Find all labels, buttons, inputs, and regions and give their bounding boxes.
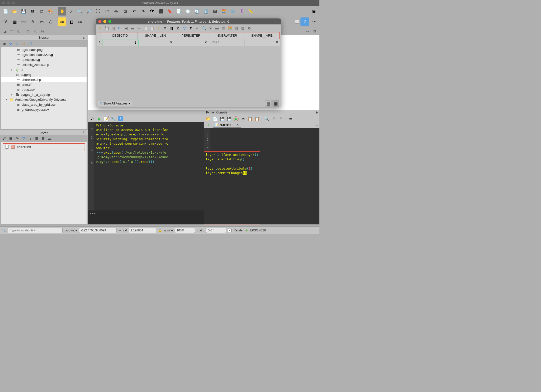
reload-button[interactable]: ⟳: [117, 25, 122, 31]
remove-layer-icon[interactable]: ▬: [47, 136, 52, 141]
add-feature-button[interactable]: ▤: [110, 25, 116, 31]
crs-icon[interactable]: ⊕: [245, 229, 248, 232]
cut-button[interactable]: ✂: [241, 116, 246, 121]
copy-button[interactable]: 📋: [248, 116, 253, 121]
coord-value[interactable]: -122.4700,37.6099: [79, 228, 117, 233]
invert-sel-button[interactable]: ◨: [169, 25, 174, 31]
save-script-button[interactable]: 💾: [220, 116, 225, 121]
browser-item[interactable]: 〰question.svg: [1, 57, 87, 62]
paste-feat-button[interactable]: 📋: [149, 25, 155, 31]
zoom-out-button[interactable]: 🔎: [85, 7, 93, 15]
collapse-browser-icon[interactable]: ⊟: [21, 41, 26, 46]
delete-button[interactable]: ▬: [130, 25, 135, 31]
browser-item[interactable]: ⊟sf.gpkg: [1, 72, 87, 77]
form-view-button[interactable]: ▤: [265, 100, 271, 107]
show-bookmarks-button[interactable]: 📑: [175, 7, 183, 15]
properties-browser-icon[interactable]: ⓘ: [28, 41, 32, 46]
new-shapefile-button[interactable]: 〰️: [19, 17, 28, 26]
field-calc-button[interactable]: 🧮: [220, 7, 228, 15]
measure-button[interactable]: 📏: [247, 7, 255, 15]
comment-button[interactable]: #: [271, 116, 276, 121]
stats-button[interactable]: Σ: [238, 7, 246, 15]
close-python-icon[interactable]: ⊗: [315, 111, 318, 114]
paste-button[interactable]: 📋: [255, 116, 260, 121]
inspector-button[interactable]: ≣: [288, 116, 293, 121]
filter-sel-button[interactable]: ▽: [182, 25, 187, 31]
trace-button[interactable]: 〰: [8, 28, 15, 34]
add-button[interactable]: ▣: [123, 25, 129, 31]
edit-geom-button[interactable]: ▭: [37, 17, 46, 26]
add-group-icon[interactable]: ▣: [8, 136, 13, 141]
expand-icon[interactable]: ▸: [11, 93, 14, 96]
script-editor[interactable]: 12345 layer = iface.activeLayer() layer.…: [204, 128, 319, 224]
open-project-button[interactable]: 📂: [10, 7, 19, 15]
saveas-script-button[interactable]: 💾: [227, 116, 232, 121]
close-browser-icon[interactable]: ⊗: [83, 36, 86, 39]
browser-item[interactable]: ▸Qsf: [1, 67, 87, 72]
layers-tree[interactable]: ✓ shoreline: [1, 142, 87, 224]
cell[interactable]: 0: [245, 39, 280, 46]
deselect-button[interactable]: ⊘: [175, 25, 181, 31]
snap-button[interactable]: ◢: [1, 28, 8, 34]
pan-to-selection-button[interactable]: ⤢: [67, 7, 75, 15]
new-3d-view-button[interactable]: ⬛: [157, 7, 165, 15]
browser-item[interactable]: 〰seismic_zones.shp: [1, 62, 87, 67]
attr-data-row[interactable]: 1 1 0 0 NULL 0: [97, 39, 280, 46]
tab-overflow-icon[interactable]: ▾: [316, 123, 318, 127]
new-project-button[interactable]: 📄: [1, 7, 10, 15]
close-attr-icon[interactable]: [98, 20, 101, 23]
table-view-button[interactable]: ▦: [272, 100, 279, 107]
edit-polygon-button[interactable]: ⬠: [46, 17, 55, 26]
add-vector-button[interactable]: V: [1, 17, 10, 26]
epsg-label[interactable]: EPSG:4326: [250, 229, 266, 232]
zoom-to-button[interactable]: 🔍: [201, 25, 207, 31]
new-map-view-button[interactable]: 🗺: [148, 7, 156, 15]
copy-sel-button[interactable]: 📋: [143, 25, 148, 31]
lock-scale-icon[interactable]: 🔒: [158, 229, 162, 232]
new-tab-button[interactable]: +: [205, 122, 212, 128]
diagram-button[interactable]: ◧: [67, 17, 75, 26]
filter-layers-icon[interactable]: ▽: [21, 136, 26, 141]
simplify-button[interactable]: △: [32, 28, 38, 34]
new-field-button[interactable]: ▣: [208, 25, 213, 31]
new-layout-button[interactable]: 🗎: [28, 7, 37, 15]
add-layer-icon[interactable]: ▣: [2, 41, 6, 46]
browser-item[interactable]: ≣class_area_by_grid.csv: [1, 102, 87, 107]
temporal-button[interactable]: 🕐: [184, 7, 192, 15]
toggle-edit-button[interactable]: ✎: [97, 25, 103, 31]
run-script-button[interactable]: ▶: [234, 116, 239, 121]
add-raster-button[interactable]: ▦: [10, 17, 19, 26]
column-header[interactable]: SHAPE__ARE: [244, 32, 279, 39]
refresh-button[interactable]: 🔄: [193, 7, 201, 15]
extent-icon[interactable]: ✂: [119, 229, 121, 232]
rotation-value[interactable]: 0.0 °: [206, 228, 226, 233]
processing-button[interactable]: ⚙️: [229, 7, 237, 15]
actions-button[interactable]: ⊡: [240, 25, 246, 31]
identify-button[interactable]: ℹ️: [202, 7, 210, 15]
column-header[interactable]: PERIMETER: [173, 32, 209, 39]
expression-icon[interactable]: ε: [28, 136, 32, 141]
layout-manager-button[interactable]: 🗂: [37, 7, 46, 15]
maximize-attr-icon[interactable]: [108, 20, 111, 23]
move-top-button[interactable]: ⬆: [188, 25, 194, 31]
magnifier-value[interactable]: 100%: [175, 228, 195, 233]
locator-input[interactable]: Type to locate (⌘K): [8, 228, 63, 233]
vertex-button[interactable]: ⊹: [304, 28, 311, 34]
edit-vertex-button[interactable]: ✎: [28, 17, 37, 26]
scale-value[interactable]: 1:196664: [129, 228, 156, 233]
zoom-next-button[interactable]: ↷: [139, 7, 147, 15]
topology-button[interactable]: 〰: [309, 17, 318, 26]
attr-table[interactable]: OBJECTID SHAPE__LEN PERIMETER INNERWATER…: [96, 32, 281, 100]
abc2-button[interactable]: abc: [76, 17, 84, 26]
console-output[interactable]: 12345 Python·Console Use·iface·to·access…: [88, 122, 204, 210]
save-edits-button[interactable]: 💾: [104, 25, 109, 31]
organize-cols-button[interactable]: ▥: [221, 25, 226, 31]
cut-button[interactable]: ✂: [136, 25, 142, 31]
cell[interactable]: 1: [103, 39, 139, 46]
browser-tree[interactable]: ▦qgis-black.png 〰qgis-icon-black32.svg 〰…: [1, 47, 87, 130]
style-layers-icon[interactable]: 🖌: [2, 136, 6, 141]
clear-console-button[interactable]: 🖌: [90, 116, 95, 121]
browser-item[interactable]: 〰qgis-icon-black32.svg: [1, 52, 87, 57]
zoom-selection-button[interactable]: ⬚: [103, 7, 111, 15]
merge-button[interactable]: ⧉: [311, 28, 318, 34]
